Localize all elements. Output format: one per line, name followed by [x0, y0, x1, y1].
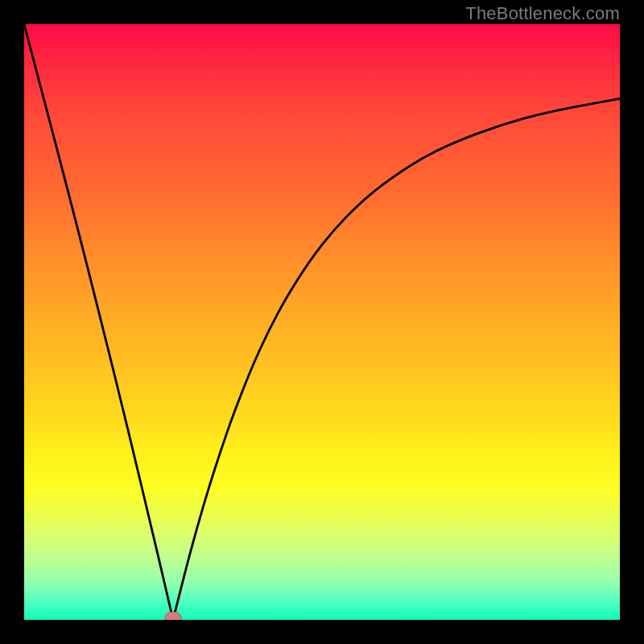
chart-svg — [24, 24, 620, 620]
bottleneck-curve — [24, 24, 620, 620]
chart-plot-area — [24, 24, 620, 620]
curve-left-branch — [24, 24, 173, 620]
minimum-marker-dot — [165, 612, 181, 620]
minimum-marker — [165, 612, 181, 620]
watermark-text: TheBottleneck.com — [465, 3, 620, 24]
chart-frame: TheBottleneck.com — [0, 0, 644, 644]
curve-right-branch — [173, 99, 620, 621]
